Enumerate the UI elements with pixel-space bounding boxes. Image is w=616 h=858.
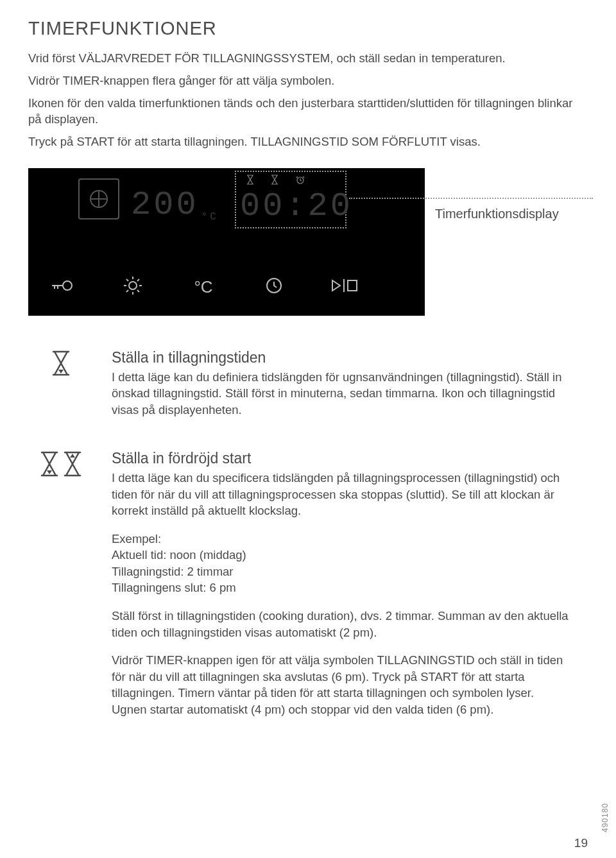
section2-body3: Vidrör TIMER-knappen igen för att välja …: [112, 652, 571, 717]
page-title: TIMERFUNKTIONER: [28, 18, 588, 39]
intro-line-2: Vidrör TIMER-knappen flera gånger för at…: [28, 73, 588, 89]
degrees-c-icon: °C: [187, 277, 219, 297]
section-icon-col-2: [28, 450, 112, 717]
document-id: 490180: [601, 803, 610, 832]
timer-readout-wrap: 00:20: [240, 178, 353, 223]
example-line1: Aktuell tid: noon (middag): [112, 548, 246, 562]
example-label: Exempel:: [112, 532, 161, 545]
intro-line-3: Ikonen för den valda timerfunktionen tän…: [28, 96, 588, 128]
key-icon: [46, 279, 78, 296]
section-icon-col: [28, 349, 112, 430]
callout-label: Timerfunktionsdisplay: [435, 207, 559, 221]
oven-display-panel: 200°C 00:20: [28, 168, 425, 316]
section2-body1: I detta läge kan du specificera tidsläng…: [112, 470, 571, 519]
section2-example: Exempel: Aktuell tid: noon (middag) Till…: [112, 531, 571, 596]
display-illustration: 200°C 00:20: [28, 168, 593, 316]
light-icon: [117, 276, 149, 299]
sections: Ställa in tillagningstiden I detta läge …: [28, 349, 588, 717]
svg-line-11: [137, 290, 139, 292]
start-stop-icon: [329, 278, 361, 297]
display-main-row: 200°C: [78, 178, 220, 222]
svg-line-10: [126, 279, 128, 281]
callout-leader-line: [349, 198, 593, 199]
svg-rect-16: [348, 280, 357, 291]
section-cooking-time: Ställa in tillagningstiden I detta läge …: [28, 349, 588, 430]
timer-value: 00:20: [240, 190, 353, 223]
section1-title: Ställa in tillagningstiden: [112, 349, 571, 366]
section-delayed-start: Ställa in fördröjd start I detta läge ka…: [28, 450, 588, 717]
svg-line-12: [126, 290, 128, 292]
temperature-readout: 200°C: [131, 189, 220, 222]
section1-text: I detta läge kan du definiera tidslängde…: [112, 369, 571, 418]
oven-mode-icon: [78, 178, 119, 219]
hourglass-icon: [40, 451, 59, 477]
display-bottom-controls: °C: [46, 276, 361, 299]
section-body: Ställa in tillagningstiden I detta läge …: [112, 349, 588, 430]
page-number: 19: [574, 836, 588, 850]
section2-body2: Ställ först in tillagningstiden (cooking…: [112, 608, 571, 640]
svg-line-13: [137, 279, 139, 281]
clock-icon: [258, 277, 290, 298]
example-line2: Tillagningstid: 2 timmar: [112, 565, 234, 578]
manual-page: TIMERFUNKTIONER Vrid först VÄLJARVREDET …: [0, 0, 616, 858]
svg-point-5: [129, 282, 137, 289]
example-line3: Tillagningens slut: 6 pm: [112, 581, 236, 594]
intro-line-1: Vrid först VÄLJARVREDET FÖR TILLAGNINGSS…: [28, 51, 588, 67]
intro-line-4: Tryck på START för att starta tillagning…: [28, 134, 588, 150]
temp-value: 200: [131, 189, 199, 222]
section2-title: Ställa in fördröjd start: [112, 450, 571, 467]
hourglass-icon-2: [63, 451, 82, 477]
intro-block: Vrid först VÄLJARVREDET FÖR TILLAGNINGSS…: [28, 51, 588, 150]
temp-unit: °C: [201, 212, 219, 222]
section2-body: Ställa in fördröjd start I detta läge ka…: [112, 450, 588, 717]
hourglass-icon: [51, 350, 71, 376]
svg-point-4: [63, 281, 72, 290]
